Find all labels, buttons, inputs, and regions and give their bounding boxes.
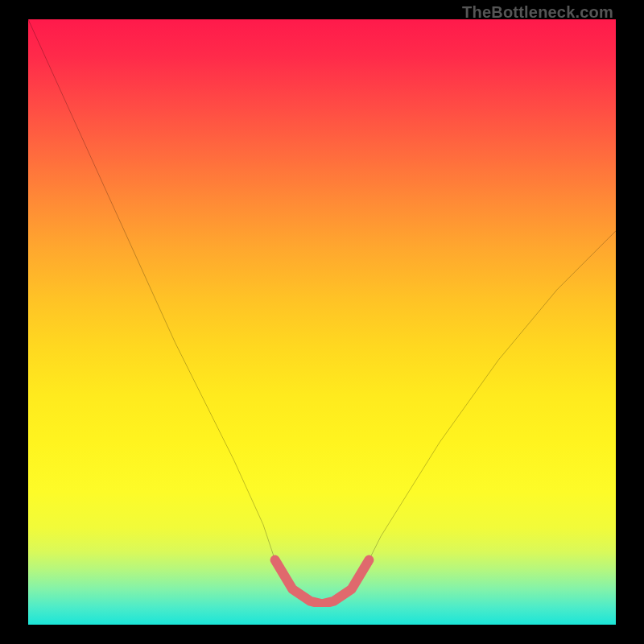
optimal-band-path	[275, 560, 369, 605]
chart-frame: TheBottleneck.com	[0, 0, 644, 644]
plot-area	[28, 19, 616, 625]
optimal-band-overlay	[28, 19, 616, 607]
